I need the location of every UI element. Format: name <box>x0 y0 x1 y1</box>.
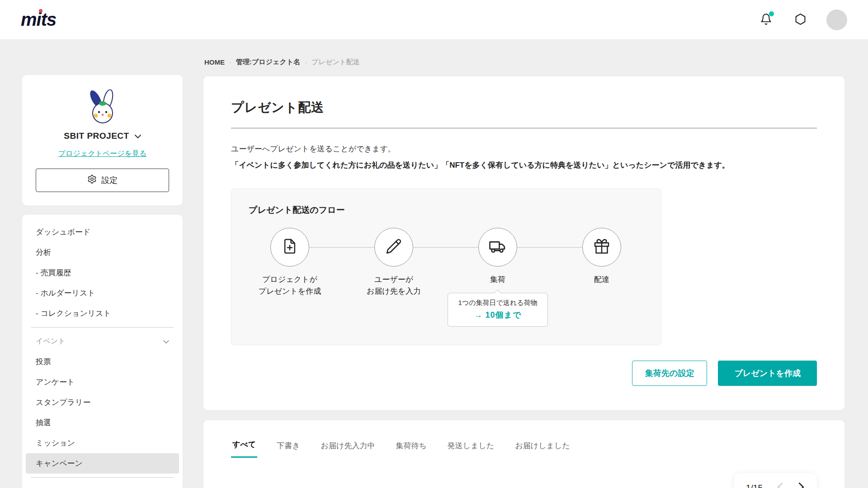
title-divider <box>231 128 817 128</box>
description: ユーザーへプレゼントを送ることができます。 <box>231 144 817 154</box>
menu-item-label: キャンペーン <box>36 458 83 469</box>
hexagon-icon <box>794 13 807 27</box>
flow-step-label-line: 配達 <box>594 274 609 286</box>
menu-divider <box>31 327 174 328</box>
hexagon-menu-button[interactable] <box>792 12 808 28</box>
pickup-limit-highlight: 10個まで <box>486 310 522 320</box>
app-logo[interactable]: mits <box>21 9 61 30</box>
pagination-row: 1/15 <box>231 473 817 488</box>
pencil-icon <box>385 237 403 257</box>
present-list-card: すべて 下書き お届け先入力中 集荷待ち 発送しました お届けしました 1/15 <box>203 420 844 488</box>
tab-shipped[interactable]: 発送しました <box>446 441 496 458</box>
menu-item-label: - コレクションリスト <box>36 308 111 319</box>
page-title: プレゼント配送 <box>231 99 817 116</box>
sidebar-item-mission[interactable]: ミッション <box>26 433 179 453</box>
flow-step-create: プロジェクトが プレゼントを作成 <box>238 228 342 327</box>
flow-steps: プロジェクトが プレゼントを作成 ユーザーが お届け先を入力 <box>238 228 661 327</box>
project-selector[interactable]: SBIT PROJECT <box>36 131 169 141</box>
sidebar-section-event[interactable]: イベント <box>26 331 179 352</box>
sidebar-section-nft-utility[interactable]: NFTユーティリティ <box>26 481 179 488</box>
menu-divider <box>31 477 174 478</box>
description-emphasis: 「イベントに多く参加してくれた方にお礼の品を送りたい」「NFTを多く保有している… <box>231 160 817 170</box>
sidebar-item-survey[interactable]: アンケート <box>26 372 179 392</box>
menu-item-label: アンケート <box>36 377 75 387</box>
present-delivery-card: プレゼント配送 ユーザーへプレゼントを送ることができます。 「イベントに多く参加… <box>203 76 844 410</box>
settings-button[interactable]: 設定 <box>36 169 169 192</box>
flow-step-circle <box>582 228 621 267</box>
flow-step-label: プロジェクトが プレゼントを作成 <box>259 274 321 298</box>
menu-item-label: - ホルダーリスト <box>36 288 95 298</box>
chevron-right-icon <box>798 482 804 488</box>
document-plus-icon <box>281 237 299 257</box>
menu-item-label: 投票 <box>36 357 51 367</box>
sidebar-item-analytics[interactable]: 分析 <box>26 242 179 263</box>
project-card: SBIT PROJECT プロジェクトページを見る 設定 <box>22 75 183 206</box>
sidebar-menu: ダッシュボード 分析 - 売買履歴 - ホルダーリスト - コレクションリスト … <box>22 215 183 488</box>
menu-item-label: ミッション <box>36 438 75 448</box>
flow-step-delivery: 配達 <box>550 228 654 327</box>
breadcrumb: HOME · 管理:プロジェクト名 · プレゼント配送 <box>204 58 844 66</box>
delivery-flow-panel: プレゼント配送のフロー プロジェクトが プレゼントを作成 <box>231 188 661 345</box>
menu-section-label: イベント <box>36 337 66 346</box>
notifications-button[interactable] <box>758 12 774 28</box>
sidebar-item-lottery[interactable]: 抽選 <box>26 413 179 433</box>
notification-dot <box>769 11 774 16</box>
app-logo-text: mits <box>21 9 56 29</box>
tab-delivered[interactable]: お届けしました <box>514 441 571 458</box>
tab-address-entry[interactable]: お届け先入力中 <box>320 441 377 458</box>
pickup-settings-button[interactable]: 集荷先の設定 <box>632 361 707 386</box>
create-present-button[interactable]: プレゼントを作成 <box>718 361 817 386</box>
flow-step-circle <box>478 228 517 267</box>
pickup-limit-value: → 10個まで <box>453 310 542 320</box>
sidebar-item-dashboard[interactable]: ダッシュボード <box>26 222 179 242</box>
pickup-limit-bubble: 1つの集荷日で送れる荷物 → 10個まで <box>448 293 548 327</box>
flow-step-circle <box>374 228 413 267</box>
sidebar-item-collection-list[interactable]: - コレクションリスト <box>26 303 179 324</box>
pickup-limit-text: 1つの集荷日で送れる荷物 <box>453 299 542 307</box>
page-indicator: 1/15 <box>746 483 763 488</box>
breadcrumb-separator: · <box>229 58 231 66</box>
menu-item-label: 抽選 <box>36 418 51 428</box>
prev-page-button[interactable] <box>776 481 784 488</box>
next-page-button[interactable] <box>797 481 805 488</box>
flow-step-pickup: 集荷 1つの集荷日で送れる荷物 → 10個まで <box>446 228 550 327</box>
flow-step-circle <box>270 228 309 267</box>
flow-step-label-line: お届け先を入力 <box>367 286 421 297</box>
tab-draft[interactable]: 下書き <box>275 441 301 458</box>
breadcrumb-separator: · <box>305 58 307 66</box>
chevron-down-icon <box>135 131 141 141</box>
flow-step-address: ユーザーが お届け先を入力 <box>342 228 446 327</box>
breadcrumb-link-home[interactable]: HOME <box>204 58 225 66</box>
settings-button-label: 設定 <box>101 175 118 186</box>
sidebar-item-stamp-rally[interactable]: スタンプラリー <box>26 392 179 413</box>
user-avatar[interactable] <box>826 9 847 30</box>
tab-all[interactable]: すべて <box>231 439 257 458</box>
menu-item-label: ダッシュボード <box>36 227 90 237</box>
project-name: SBIT PROJECT <box>64 131 129 141</box>
action-buttons: 集荷先の設定 プレゼントを作成 <box>231 361 817 386</box>
pagination: 1/15 <box>734 473 817 488</box>
main-column: HOME · 管理:プロジェクト名 · プレゼント配送 プレゼント配送 ユーザー… <box>203 58 844 488</box>
flow-step-label-line: 集荷 <box>490 274 505 286</box>
arrow-right-icon: → <box>474 310 482 320</box>
menu-item-label: スタンプラリー <box>36 397 90 408</box>
flow-step-label-line: ユーザーが <box>367 274 421 286</box>
tab-awaiting-pickup[interactable]: 集荷待ち <box>394 441 428 458</box>
flow-title: プレゼント配送のフロー <box>249 204 661 216</box>
flow-step-label-line: プレゼントを作成 <box>259 286 321 297</box>
gift-icon <box>593 237 611 257</box>
gear-icon <box>87 174 97 186</box>
menu-item-label: 分析 <box>36 247 51 258</box>
logo-accent-dot <box>39 9 42 13</box>
chevron-left-icon <box>777 482 783 488</box>
breadcrumb-link-project[interactable]: 管理:プロジェクト名 <box>236 58 300 66</box>
project-page-link[interactable]: プロジェクトページを見る <box>58 149 147 159</box>
sidebar-item-vote[interactable]: 投票 <box>26 352 179 372</box>
chevron-down-icon <box>163 338 169 346</box>
sidebar-item-holder-list[interactable]: - ホルダーリスト <box>26 283 179 303</box>
sidebar-item-campaign[interactable]: キャンペーン <box>26 453 179 474</box>
page-body: SBIT PROJECT プロジェクトページを見る 設定 ダッシュボード 分析 … <box>0 40 868 488</box>
sidebar-item-sales-history[interactable]: - 売買履歴 <box>26 263 179 283</box>
flow-step-label: 集荷 <box>490 274 505 286</box>
project-image <box>36 89 169 125</box>
